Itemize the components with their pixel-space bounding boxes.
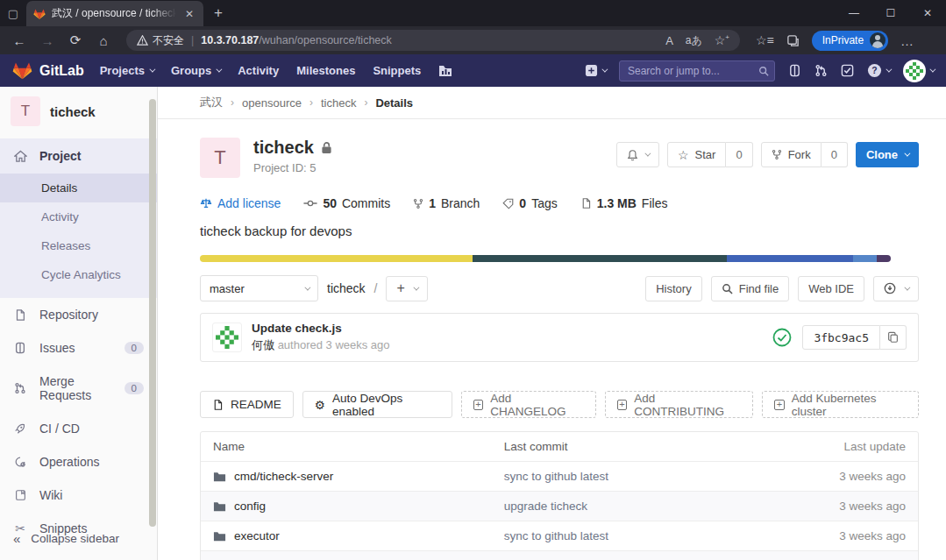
user-menu[interactable] [903, 60, 934, 82]
project-header: T ticheck Project ID: 5 [200, 138, 919, 178]
readme-button[interactable]: README [200, 391, 294, 418]
search-input[interactable] [619, 60, 775, 82]
help-menu[interactable]: ? [867, 63, 890, 78]
new-menu-button[interactable] [585, 64, 606, 77]
security-warning[interactable]: 不安全 [137, 33, 184, 48]
chevron-down-icon [886, 67, 892, 73]
language-segment [877, 255, 891, 262]
collections-icon[interactable] [786, 34, 800, 47]
table-row[interactable]: executor sync to github latest 3 weeks a… [201, 521, 918, 550]
window-close-button[interactable]: ✕ [909, 7, 946, 19]
add-license-link[interactable]: Add license [200, 196, 281, 210]
sidebar-project-context[interactable]: T ticheck [0, 87, 157, 135]
sidebar-item-issues[interactable]: Issues 0 [0, 331, 157, 365]
sidebar-item-repository[interactable]: Repository [0, 298, 157, 331]
merge-requests-icon[interactable] [814, 64, 828, 77]
folder-icon [213, 529, 226, 542]
nav-activity[interactable]: Activity [238, 64, 279, 77]
history-button[interactable]: History [645, 276, 701, 301]
window-minimize-button[interactable]: — [836, 7, 872, 19]
find-file-button[interactable]: Find file [711, 276, 790, 301]
sidebar-item-ci-cd[interactable]: CI / CD [0, 412, 157, 445]
commit-author-link[interactable]: 何傲 [252, 338, 274, 351]
sidebar-item-activity[interactable]: Activity [0, 202, 157, 231]
add-changelog-button[interactable]: + Add CHANGELOG [461, 391, 596, 418]
clone-button[interactable]: Clone [856, 142, 919, 167]
file-name-link[interactable]: executor [234, 529, 280, 542]
language-bar[interactable] [200, 255, 891, 262]
translate-icon[interactable]: aあ [686, 33, 702, 48]
breadcrumb-subgroup[interactable]: opensource [242, 96, 302, 110]
chevron-down-icon [413, 284, 419, 290]
sidebar-item-details[interactable]: Details [0, 174, 157, 202]
star-count[interactable]: 0 [726, 142, 752, 167]
sidebar-item-cycle-analytics[interactable]: Cycle Analytics [0, 260, 157, 289]
refresh-button[interactable]: ⟳ [63, 29, 88, 52]
forward-button[interactable]: → [35, 29, 60, 52]
read-aloud-icon[interactable]: A [665, 34, 673, 47]
charts-icon[interactable] [438, 65, 452, 77]
web-ide-button[interactable]: Web IDE [798, 276, 864, 301]
table-row[interactable]: cmd/ticheck-server sync to github latest… [201, 461, 918, 491]
sidebar-item-releases[interactable]: Releases [0, 231, 157, 260]
collapse-sidebar-button[interactable]: « Collapse sidebar [0, 522, 157, 555]
file-name-link[interactable]: cmd/ticheck-server [234, 470, 333, 483]
favorites-icon[interactable]: ☆≡ [756, 33, 774, 47]
sidebar-item-operations[interactable]: Operations [0, 445, 157, 478]
auto-devops-button[interactable]: ⚙ Auto DevOps enabled [302, 391, 452, 418]
fork-button[interactable]: Fork [761, 142, 822, 167]
project-sidebar: T ticheck Project Details Activity Relea… [0, 87, 158, 560]
fork-count[interactable]: 0 [822, 142, 848, 167]
commit-title-link[interactable]: Update check.js [252, 322, 390, 335]
commit-message-link[interactable]: sync to github latest [504, 470, 767, 483]
sidebar-item-wiki[interactable]: Wiki [0, 478, 157, 512]
sidebar-item-merge-requests[interactable]: Merge Requests 0 [0, 365, 157, 412]
window-maximize-button[interactable]: ☐ [872, 7, 909, 19]
nav-groups[interactable]: Groups [171, 64, 220, 77]
add-favorite-icon[interactable]: ☆+ [715, 33, 729, 47]
files-link[interactable]: 1.3 MBFiles [580, 196, 668, 210]
plus-icon: + [396, 280, 404, 296]
sidebar-scrollbar[interactable] [149, 99, 156, 527]
commit-message-link[interactable]: sync to github latest [504, 529, 767, 542]
add-contributing-button[interactable]: + Add CONTRIBUTING [605, 391, 753, 418]
nav-snippets[interactable]: Snippets [373, 64, 421, 77]
copy-sha-button[interactable] [880, 325, 907, 350]
commit-sha[interactable]: 3fbc9ac5 [802, 325, 880, 350]
commit-message-link[interactable]: upgrade ticheck [504, 500, 767, 513]
commit-author-avatar[interactable] [212, 323, 242, 352]
pipeline-status-icon[interactable] [772, 328, 792, 347]
issues-icon[interactable] [788, 64, 801, 77]
todos-icon[interactable] [841, 64, 854, 77]
back-button[interactable]: ← [7, 29, 32, 52]
new-tab-button[interactable]: + [214, 4, 223, 22]
breadcrumb-project[interactable]: ticheck [321, 96, 356, 110]
inprivate-badge[interactable]: InPrivate [812, 31, 888, 51]
star-button[interactable]: ☆Star [667, 142, 726, 167]
browser-toolbar: ← → ⟳ ⌂ 不安全 | 10.3.70.187/wuhan/opensour… [0, 26, 946, 54]
sidebar-item-project[interactable]: Project [0, 138, 157, 174]
gitlab-logo[interactable]: GitLab [12, 60, 84, 81]
tab-actions-icon[interactable]: ▢ [0, 0, 26, 26]
download-button[interactable] [873, 276, 919, 301]
browser-menu-icon[interactable]: … [900, 33, 914, 48]
branch-select[interactable]: master [200, 275, 318, 301]
notifications-button[interactable] [616, 142, 659, 167]
nav-milestones[interactable]: Milestones [296, 64, 355, 77]
table-row[interactable]: internal sync to github latest 3 weeks a… [201, 550, 918, 560]
browser-tab[interactable]: 武汉 / opensource / ticheck · Git ✕ [26, 1, 203, 26]
branches-link[interactable]: 1Branch [413, 196, 480, 210]
file-name-link[interactable]: config [234, 500, 266, 513]
add-file-button[interactable]: + [386, 276, 427, 301]
address-bar[interactable]: 不安全 | 10.3.70.187/wuhan/opensource/tiche… [126, 30, 740, 51]
add-kubernetes-button[interactable]: + Add Kubernetes cluster [762, 391, 919, 418]
folder-icon [213, 470, 226, 483]
home-button[interactable]: ⌂ [91, 29, 116, 52]
commits-link[interactable]: 50Commits [303, 196, 390, 210]
breadcrumb-group[interactable]: 武汉 [200, 95, 223, 110]
tags-link[interactable]: 0Tags [502, 196, 557, 210]
path-root-link[interactable]: ticheck [327, 281, 366, 295]
nav-projects[interactable]: Projects [100, 64, 153, 77]
table-row[interactable]: config upgrade ticheck 3 weeks ago [201, 491, 918, 521]
tab-close-icon[interactable]: ✕ [182, 8, 196, 20]
